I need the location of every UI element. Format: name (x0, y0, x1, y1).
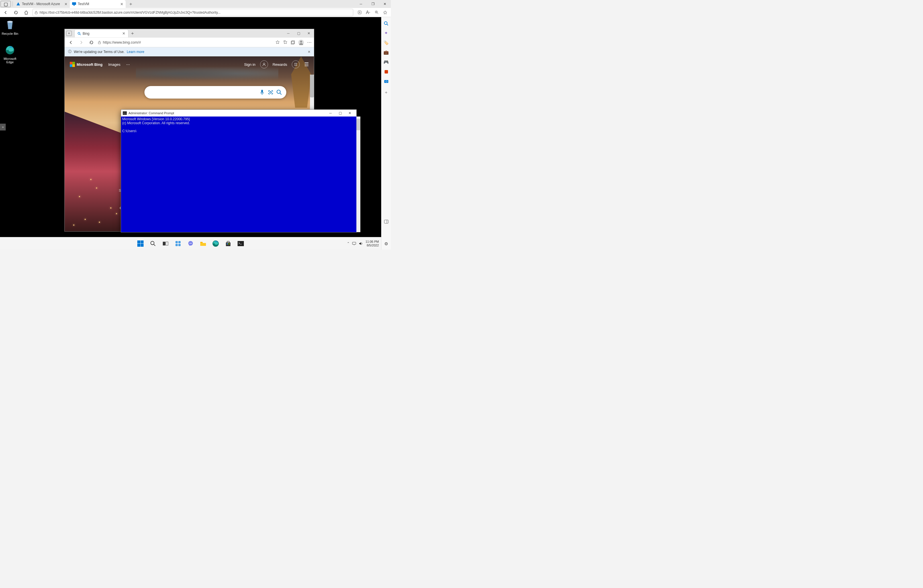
minimize-button[interactable]: ─ (355, 0, 367, 8)
cmd-close[interactable]: ✕ (345, 110, 355, 116)
home-button[interactable] (22, 8, 30, 16)
inner-collections-icon[interactable] (291, 40, 295, 45)
bing-logo[interactable]: Microsoft Bing (70, 62, 103, 67)
outlook-icon[interactable]: O (383, 79, 389, 84)
inner-profile-icon[interactable] (298, 39, 304, 46)
svg-point-30 (270, 92, 271, 93)
svg-point-17 (7, 21, 13, 23)
notice-close[interactable]: ✕ (308, 50, 310, 54)
search-icon[interactable] (383, 21, 389, 26)
inner-menu-icon[interactable]: ⋯ (307, 39, 312, 45)
search-icon[interactable] (275, 88, 283, 97)
desktop-icon-edge[interactable]: Microsoft Edge (0, 44, 20, 64)
new-tab-button[interactable]: ＋ (127, 0, 135, 8)
taskbar-store[interactable] (223, 238, 233, 249)
bing-search-input[interactable] (147, 90, 258, 95)
svg-rect-39 (176, 241, 178, 243)
svg-rect-52 (228, 243, 230, 245)
sidebar-toggle-icon[interactable] (383, 219, 389, 225)
inner-maximize[interactable]: ▢ (294, 29, 304, 38)
close-icon[interactable]: ✕ (120, 2, 123, 6)
tray-network-icon[interactable] (352, 241, 356, 246)
profile-icon[interactable] (260, 61, 268, 68)
favorites-icon[interactable] (381, 8, 389, 16)
cmd-minimize[interactable]: ─ (325, 110, 335, 116)
tab-actions-button[interactable]: ▢ (0, 1, 11, 7)
inner-url-input[interactable]: https://www.bing.com/# (98, 40, 273, 44)
games-icon[interactable]: 🎮 (383, 59, 389, 65)
inner-back[interactable] (67, 38, 75, 46)
settings-icon[interactable]: ⚙ (383, 241, 389, 247)
inner-new-tab[interactable]: ＋ (128, 30, 136, 37)
maximize-button[interactable]: ❐ (367, 0, 379, 8)
hamburger-icon[interactable]: ☰ (304, 61, 309, 67)
notice-learn-more[interactable]: Learn more (127, 50, 144, 54)
url-input[interactable]: https://bst-c375b4cb-e48d-b6ba3dc52fbf.b… (33, 9, 353, 16)
refresh-button[interactable] (12, 8, 20, 16)
svg-line-36 (154, 245, 155, 246)
office-icon[interactable] (383, 69, 389, 75)
inner-tab-actions[interactable]: ▫ (65, 31, 73, 36)
taskbar-explorer[interactable] (198, 238, 209, 249)
cmd-output[interactable]: Microsoft Windows [Version 10.0.22000.79… (121, 117, 356, 232)
cmd-titlebar[interactable]: C:\ Administrator: Command Prompt ─ ▢ ✕ (121, 110, 356, 117)
tools-icon[interactable]: 💼 (383, 49, 389, 55)
read-aloud-icon[interactable]: A» (364, 8, 372, 16)
inner-refresh[interactable] (87, 38, 95, 46)
lock-icon (98, 41, 101, 44)
taskbar-date: 8/5/2022 (366, 243, 379, 247)
taskbar-taskview[interactable] (160, 238, 171, 249)
outer-address-bar: https://bst-c375b4cb-e48d-b6ba3dc52fbf.b… (0, 8, 391, 17)
discover-icon[interactable]: ✦ (383, 30, 389, 36)
inner-star-icon[interactable] (275, 40, 280, 45)
close-button[interactable]: ✕ (379, 0, 391, 8)
bastion-remote-viewport[interactable]: » Recycle Bin Microsoft Edge ▫ Bing ✕ ＋ … (0, 17, 381, 237)
vm-icon (72, 2, 76, 6)
close-icon[interactable]: ✕ (64, 2, 67, 6)
tray-volume-icon[interactable] (359, 241, 363, 246)
inner-tab-bing[interactable]: Bing ✕ (74, 30, 128, 37)
close-icon[interactable]: ✕ (122, 31, 125, 36)
bing-nav-more[interactable]: ⋯ (126, 62, 130, 67)
inner-favorites-icon[interactable] (283, 40, 288, 45)
bing-search-box[interactable] (145, 86, 286, 99)
back-button[interactable] (2, 8, 10, 16)
install-app-icon[interactable] (356, 8, 363, 16)
edge-sidebar: ✦ 🏷️ 💼 🎮 O ＋ ⚙ (381, 17, 391, 250)
outer-tab-testvm[interactable]: TestVM ✕ (70, 0, 126, 8)
svg-text:C:\: C:\ (123, 112, 126, 115)
inner-close[interactable]: ✕ (304, 29, 314, 38)
cmd-title-text: Administrator: Command Prompt (128, 112, 174, 115)
taskbar-chat[interactable] (185, 238, 196, 249)
cmd-maximize[interactable]: ▢ (335, 110, 345, 116)
taskbar-terminal[interactable] (235, 238, 246, 249)
cmd-scrollbar[interactable] (356, 117, 360, 232)
bing-signin[interactable]: Sign in (244, 62, 256, 67)
bing-rewards[interactable]: Rewards (273, 62, 287, 67)
bing-nav-images[interactable]: Images (108, 62, 120, 67)
inner-minimize[interactable]: ─ (283, 29, 294, 38)
taskbar-widgets[interactable] (172, 238, 184, 249)
taskbar-edge[interactable] (210, 238, 221, 249)
svg-rect-40 (178, 241, 181, 243)
taskbar-clock[interactable]: 11:06 PM 8/5/2022 (366, 240, 379, 247)
bastion-toolbar-handle[interactable]: » (0, 124, 6, 130)
vm-taskbar: ⌃ 11:06 PM 8/5/2022 (0, 237, 381, 250)
rewards-icon[interactable] (292, 61, 300, 68)
camera-icon[interactable] (266, 88, 275, 97)
outer-tab1-title: TestVM - Microsoft Azure (22, 2, 60, 6)
outer-tab-azure[interactable]: TestVM - Microsoft Azure ✕ (14, 0, 70, 8)
voice-icon[interactable] (258, 88, 266, 97)
desktop-icon-recyclebin[interactable]: Recycle Bin (0, 20, 20, 35)
svg-point-35 (151, 241, 154, 245)
taskbar-search[interactable] (148, 238, 158, 249)
taskbar-start[interactable] (135, 238, 146, 249)
cmd-line1: Microsoft Windows [Version 10.0.22000.79… (122, 117, 190, 121)
add-sidebar-icon[interactable]: ＋ (383, 89, 389, 95)
svg-rect-14 (384, 220, 388, 223)
cmd-line2: (c) Microsoft Corporation. All rights re… (122, 121, 190, 125)
svg-line-10 (387, 24, 388, 25)
tray-chevron-icon[interactable]: ⌃ (347, 241, 350, 245)
zoom-icon[interactable] (373, 8, 381, 16)
shopping-icon[interactable]: 🏷️ (383, 40, 389, 46)
